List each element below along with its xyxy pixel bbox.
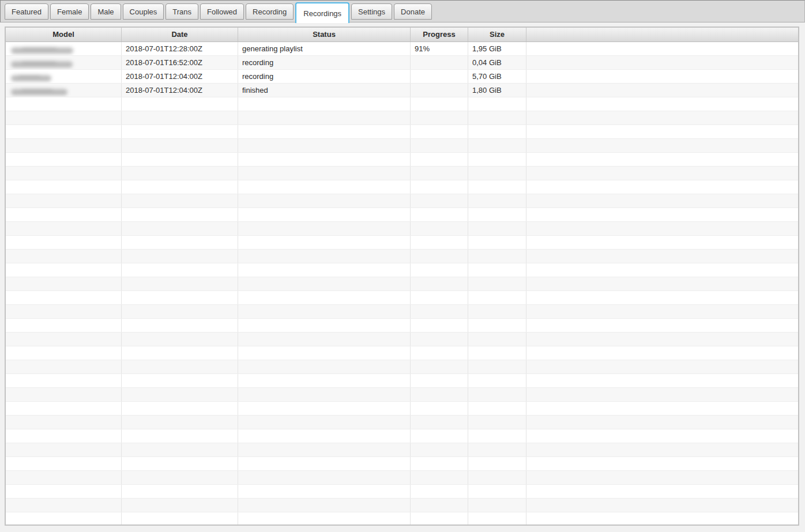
table-header-row: ModelDateStatusProgressSize [6,28,798,42]
empty-table-row[interactable] [6,346,798,360]
column-header-size[interactable]: Size [468,28,526,41]
table-row[interactable]: 2018-07-01T12:04:00Z recording 5,70 GiB [6,70,798,84]
progress-cell [411,84,468,97]
column-header-status[interactable]: Status [238,28,411,41]
progress-cell [411,70,468,83]
recordings-table: ModelDateStatusProgressSize 2018-07-01T1… [5,27,799,526]
table-row[interactable]: 2018-07-01T12:28:00Z generating playlist… [6,42,798,56]
empty-table-row[interactable] [6,139,798,153]
progress-cell: 91% [411,42,468,55]
empty-table-row[interactable] [6,499,798,512]
model-cell [6,56,122,69]
extra-cell [526,84,798,97]
table-row[interactable]: 2018-07-01T12:04:00Z finished 1,80 GiB [6,84,798,97]
empty-table-row[interactable] [6,291,798,305]
empty-table-row[interactable] [6,305,798,319]
tab-label: Trans [172,7,191,16]
empty-table-row[interactable] [6,97,798,111]
status-cell: recording [238,70,411,83]
extra-cell [526,56,798,69]
empty-table-row[interactable] [6,374,798,388]
tab-label: Settings [358,7,385,16]
column-header-progress[interactable]: Progress [411,28,468,41]
date-cell: 2018-07-01T12:28:00Z [122,42,238,55]
tab-followed[interactable]: Followed [200,3,244,20]
empty-table-row[interactable] [6,416,798,429]
tab-label: Followed [207,7,237,16]
tab-label: Recording [253,7,287,16]
tab-female[interactable]: Female [50,3,89,20]
redacted-model-name [11,61,73,67]
model-cell [6,42,122,55]
empty-table-row[interactable] [6,388,798,402]
tab-couples[interactable]: Couples [123,3,164,20]
progress-cell [411,56,468,69]
tab-male[interactable]: Male [91,3,121,20]
empty-table-row[interactable] [6,429,798,443]
column-header-date[interactable]: Date [122,28,238,41]
empty-table-row[interactable] [6,360,798,374]
empty-table-row[interactable] [6,208,798,222]
tab-bar: Featured Female Male Couples Trans Follo… [0,0,805,22]
model-cell [6,84,122,97]
tab-label: Couples [130,7,157,16]
empty-table-row[interactable] [6,194,798,208]
extra-cell [526,42,798,55]
redacted-model-name [11,75,51,81]
column-header-extra [526,28,798,41]
tab-label: Recordings [303,9,341,18]
status-cell: generating playlist [238,42,411,55]
empty-table-row[interactable] [6,250,798,263]
tab-recording[interactable]: Recording [246,3,294,20]
empty-table-row[interactable] [6,125,798,139]
empty-table-row[interactable] [6,333,798,346]
empty-table-row[interactable] [6,319,798,333]
status-cell: finished [238,84,411,97]
empty-table-row[interactable] [6,263,798,277]
status-cell: recording [238,56,411,69]
empty-table-row[interactable] [6,471,798,485]
redacted-model-name [11,47,73,54]
empty-table-row[interactable] [6,180,798,194]
empty-table-row[interactable] [6,457,798,471]
date-cell: 2018-07-01T16:52:00Z [122,56,238,69]
empty-table-row[interactable] [6,277,798,291]
size-cell: 1,80 GiB [468,84,526,97]
empty-table-row[interactable] [6,512,798,526]
size-cell: 5,70 GiB [468,70,526,83]
tab-trans[interactable]: Trans [165,3,198,20]
empty-table-row[interactable] [6,167,798,180]
column-header-model[interactable]: Model [6,28,122,41]
tab-label: Male [97,7,114,16]
date-cell: 2018-07-01T12:04:00Z [122,70,238,83]
tab-recordings[interactable]: Recordings [295,2,349,23]
tab-featured[interactable]: Featured [5,3,48,20]
tab-label: Female [57,7,82,16]
table-body: 2018-07-01T12:28:00Z generating playlist… [6,42,798,526]
extra-cell [526,70,798,83]
empty-table-row[interactable] [6,402,798,416]
tab-settings[interactable]: Settings [351,3,392,20]
empty-table-row[interactable] [6,443,798,457]
tab-label: Donate [401,7,425,16]
empty-table-row[interactable] [6,485,798,499]
empty-table-row[interactable] [6,153,798,167]
size-cell: 1,95 GiB [468,42,526,55]
size-cell: 0,04 GiB [468,56,526,69]
tab-donate[interactable]: Donate [394,3,432,20]
date-cell: 2018-07-01T12:04:00Z [122,84,238,97]
tab-label: Featured [12,7,42,16]
model-cell [6,70,122,83]
empty-table-row[interactable] [6,236,798,250]
empty-table-row[interactable] [6,111,798,125]
table-row[interactable]: 2018-07-01T16:52:00Z recording 0,04 GiB [6,56,798,70]
empty-table-row[interactable] [6,222,798,236]
redacted-model-name [11,89,67,95]
